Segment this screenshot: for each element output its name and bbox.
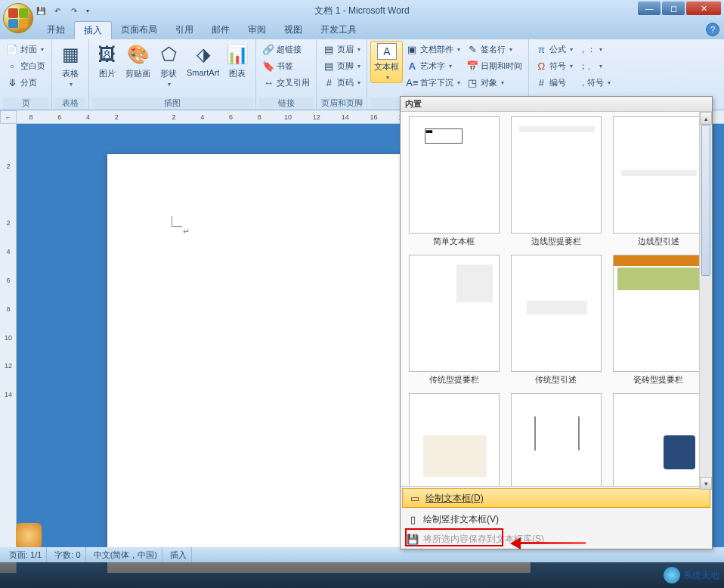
status-language[interactable]: 中文(简体，中国)	[89, 547, 162, 562]
draw-textbox-item[interactable]: ▭ 绘制文本框(D)	[402, 488, 710, 508]
gallery-item[interactable]: 传统型提要栏	[405, 255, 503, 390]
windows-taskbar[interactable]	[0, 562, 724, 588]
picture-button[interactable]: 🖼图片	[92, 41, 122, 81]
textbox-gallery-dropdown: 内置 ████简单文本框边线型提要栏边线型引述传统型提要栏传统型引述瓷砖型提要栏…	[400, 96, 713, 549]
smartart-icon: ⬗	[191, 42, 215, 67]
gallery-item[interactable]: 大括号型引述	[507, 393, 605, 486]
chart-button[interactable]: 📊图表	[222, 41, 252, 81]
tab-pagelayout[interactable]: 页面布局	[112, 21, 166, 39]
help-button[interactable]: ?	[706, 23, 719, 36]
footer-button[interactable]: ▤页脚▾	[320, 57, 364, 74]
gallery-thumbnail	[613, 116, 704, 234]
gallery-body[interactable]: ████简单文本框边线型提要栏边线型引述传统型提要栏传统型引述瓷砖型提要栏瓷砖型…	[401, 112, 712, 486]
bookmark-icon: 🔖	[262, 60, 274, 72]
title-bar: 💾 ↶ ↷ ▾ 文档 1 - Microsoft Word — ◻ ✕	[0, 0, 724, 21]
qat-dropdown-icon[interactable]: ▾	[83, 4, 92, 17]
object-icon: ◳	[466, 76, 478, 88]
gallery-item[interactable]: 瓷砖型提要栏	[610, 255, 707, 390]
scroll-down-button[interactable]: ▾	[700, 477, 712, 490]
blank-page-icon: ▫	[6, 60, 18, 72]
window-title: 文档 1 - Microsoft Word	[314, 5, 409, 17]
gallery-section-header: 内置	[401, 97, 712, 112]
wordart-icon: A	[406, 60, 418, 72]
gallery-item[interactable]: 边线型引述	[610, 116, 707, 252]
wordart-button[interactable]: A艺术字▾	[403, 57, 463, 74]
tab-home[interactable]: 开始	[38, 21, 74, 39]
smartart-button[interactable]: ⬗SmartArt	[184, 41, 222, 79]
minimize-button[interactable]: —	[638, 2, 661, 15]
window-controls: — ◻ ✕	[638, 2, 721, 15]
gallery-item-label: 传统型提要栏	[429, 372, 479, 390]
gallery-item[interactable]: 边线型提要栏	[507, 116, 605, 252]
ribbon-group-illustrations: 🖼图片 🎨剪贴画 ⬠形状▾ ⬗SmartArt 📊图表 插图	[89, 39, 256, 110]
paragraph-mark-icon: ↵	[183, 227, 190, 237]
group-label-pages: 页	[3, 97, 48, 110]
tab-references[interactable]: 引用	[166, 21, 203, 39]
datetime-icon: 📅	[466, 60, 478, 72]
tab-mailings[interactable]: 邮件	[203, 21, 239, 39]
scroll-thumb[interactable]	[701, 125, 710, 276]
punct2-button[interactable]: ；、▾	[576, 57, 614, 74]
gallery-thumbnail	[511, 393, 602, 486]
tab-insert[interactable]: 插入	[74, 21, 112, 39]
draw-vertical-textbox-item[interactable]: ▯ 绘制竖排文本框(V)	[401, 509, 712, 529]
gallery-item-label: 边线型引述	[638, 234, 679, 252]
cover-page-button[interactable]: 📄封面▾	[3, 41, 48, 57]
clipart-button[interactable]: 🎨剪贴画	[122, 41, 153, 81]
tab-developer[interactable]: 开发工具	[311, 21, 366, 39]
symbol-button[interactable]: Ω符号▾	[532, 57, 576, 74]
gallery-item[interactable]: 大括号型引述 2	[610, 393, 707, 486]
status-bar: 页面: 1/1 字数: 0 中文(简体，中国) 插入	[0, 547, 724, 562]
tab-view[interactable]: 视图	[275, 21, 311, 39]
qat-redo-icon[interactable]: ↷	[67, 4, 82, 17]
gallery-thumbnail: ████	[409, 116, 500, 234]
close-button[interactable]: ✕	[686, 2, 721, 15]
gallery-thumbnail	[613, 255, 704, 372]
gallery-item[interactable]: ████简单文本框	[405, 116, 503, 252]
gallery-scrollbar[interactable]: ▴ ▾	[699, 112, 712, 490]
ribbon-group-tables: ▦表格▾ 表格	[52, 39, 89, 110]
qat-undo-icon[interactable]: ↶	[50, 4, 65, 17]
draw-textbox-label: 绘制文本框(D)	[425, 492, 484, 505]
punct1-button[interactable]: ，：▾	[576, 41, 614, 57]
table-button[interactable]: ▦表格▾	[55, 41, 85, 89]
object-button[interactable]: ◳对象▾	[463, 74, 525, 91]
qat-save-icon[interactable]: 💾	[33, 4, 48, 17]
office-button[interactable]	[3, 3, 33, 33]
header-button[interactable]: ▤页眉▾	[320, 41, 364, 57]
status-page[interactable]: 页面: 1/1	[5, 547, 47, 562]
hyperlink-button[interactable]: 🔗超链接	[259, 41, 313, 57]
punct3-button[interactable]: ，符号▾	[576, 74, 614, 91]
ribbon-tabs: 开始 插入 页面布局 引用 邮件 审阅 视图 开发工具 ?	[0, 21, 724, 39]
equation-icon: π	[535, 43, 547, 55]
equation-button[interactable]: π公式▾	[532, 41, 576, 57]
status-insertmode[interactable]: 插入	[166, 547, 192, 562]
blank-page-button[interactable]: ▫空白页	[3, 57, 48, 74]
datetime-button[interactable]: 📅日期和时间	[463, 57, 525, 74]
office-logo-icon	[8, 8, 28, 28]
vertical-ruler[interactable]: 22468101214	[0, 124, 17, 573]
pagenumber-button[interactable]: #页码▾	[320, 74, 364, 91]
maximize-button[interactable]: ◻	[662, 2, 685, 15]
signature-button[interactable]: ✎签名行▾	[463, 41, 525, 57]
ribbon-group-headerfooter: ▤页眉▾ ▤页脚▾ #页码▾ 页眉和页脚	[317, 39, 367, 110]
dropcap-button[interactable]: A≡首字下沉▾	[403, 74, 463, 91]
tab-review[interactable]: 审阅	[239, 21, 275, 39]
status-wordcount[interactable]: 字数: 0	[50, 547, 85, 562]
scroll-up-button[interactable]: ▴	[700, 112, 712, 125]
crossref-button[interactable]: ↔交叉引用	[259, 74, 313, 91]
pagenumber-icon: #	[323, 76, 335, 88]
textbox-button[interactable]: A文本框▾	[370, 41, 403, 83]
bookmark-button[interactable]: 🔖书签	[259, 57, 313, 74]
gallery-item[interactable]: 瓷砖型引述	[405, 393, 503, 486]
gallery-item-label: 简单文本框	[433, 234, 475, 252]
gallery-item[interactable]: 传统型引述	[507, 255, 605, 390]
number-button[interactable]: #编号	[532, 74, 576, 91]
watermark: 系统天地	[664, 567, 719, 583]
shapes-button[interactable]: ⬠形状▾	[153, 41, 184, 89]
gallery-thumbnail	[409, 393, 500, 486]
quickparts-button[interactable]: ▣文档部件▾	[403, 41, 463, 57]
picture-icon: 🖼	[95, 42, 119, 67]
save-gallery-icon: 💾	[407, 533, 419, 545]
page-break-button[interactable]: ⤋分页	[3, 74, 48, 91]
